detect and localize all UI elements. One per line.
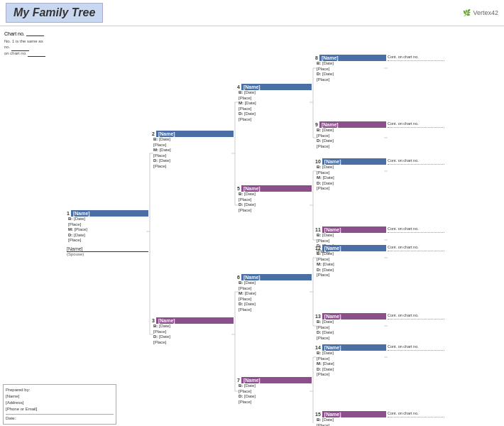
p15-continue-note: Cont. on chart no. — [388, 411, 444, 416]
title-box: My Family Tree — [6, 3, 103, 23]
p14-name: [Name] — [324, 345, 341, 350]
header: My Family Tree 🌿 Vertex42 — [0, 0, 504, 26]
p12-name-bar: [Name] — [322, 245, 386, 251]
p1-spouse-block: [Name] (Spouse) — [67, 246, 148, 256]
p15-name-bar: [Name] — [322, 411, 386, 417]
person-12-block: 12 [Name] B: [Date] [Place] M: [Date] D:… — [315, 245, 386, 278]
logo-icon: 🌿 — [463, 9, 471, 16]
p11-number: 11 — [315, 227, 321, 232]
p1-birth: B: [Date] — [67, 217, 148, 222]
person-4-block: 4 [Name] B: [Date] [Place] M: [Date] [Pl… — [237, 84, 312, 122]
p8-name-bar: [Name] — [319, 55, 386, 61]
p12-continue-note: Cont. on chart no. — [388, 245, 444, 250]
p9-number: 9 — [315, 122, 318, 127]
chart-note: No. 1 is the same as no. on chart no. — [4, 39, 65, 57]
p5-number: 5 — [237, 186, 240, 191]
person-5-block: 5 [Name] B: [Date] [Place] D: [Date] [Pl… — [237, 185, 312, 213]
logo-text: Vertex42 — [473, 9, 498, 16]
p1-name-bar: [Name] — [71, 210, 148, 217]
footer: Prepared by: [Name] [Address] [Phone or … — [3, 384, 116, 425]
p1-death: D: [Date] — [67, 233, 148, 239]
p9-continue: Cont. on chart no. — [388, 121, 444, 129]
person-6-block: 6 [Name] B: [Date] [Place] M: [Date] [Pl… — [237, 274, 312, 312]
p3-birth-place: [Place] — [152, 329, 234, 335]
note-line1: No. 1 is the same as — [4, 39, 65, 45]
p13-name: [Name] — [324, 314, 341, 319]
p1-number: 1 — [67, 211, 70, 216]
person-8-block: 8 [Name] B: [Date] [Place] D: [Date] [Pl… — [315, 55, 386, 82]
p12-continue: Cont. on chart no. — [388, 245, 444, 252]
p5-name: [Name] — [243, 186, 261, 191]
p9-name-bar: [Name] — [319, 121, 386, 128]
footer-address: [Address] — [6, 400, 114, 406]
p10-continue-note: Cont. on chart no. — [388, 158, 444, 163]
chart-no-row: Chart no. — [4, 31, 65, 36]
p6-name-bar: [Name] — [241, 274, 312, 280]
p10-name: [Name] — [324, 159, 341, 164]
p11-continue-note: Cont. on chart no. — [388, 226, 444, 231]
p13-number: 13 — [315, 314, 321, 319]
prepared-by-label: Prepared by: — [6, 387, 114, 393]
person-3-block: 3 [Name] B: [Date] [Place] D: [Date] [Pl… — [152, 317, 234, 345]
logo: 🌿 Vertex42 — [463, 9, 498, 16]
person-13-block: 13 [Name] B: [Date] [Place] D: [Date] [P… — [315, 313, 386, 341]
footer-info-box: Prepared by: [Name] [Address] [Phone or … — [3, 384, 116, 425]
person-15-block: 15 [Name] B: [Date] [Place] D: [Date] [P… — [315, 411, 386, 426]
p14-continue: Cont. on chart no. — [388, 344, 444, 351]
p10-name-bar: [Name] — [322, 158, 386, 165]
p1-marriage: M: [Place] — [67, 227, 148, 233]
p15-continue: Cont. on chart no. — [388, 411, 444, 418]
p15-number: 15 — [315, 412, 321, 417]
p2-marriage-place: [Place] — [152, 153, 234, 159]
p10-number: 10 — [315, 159, 321, 164]
person-9-block: 9 [Name] B: [Date] [Place] D: [Date] [Pl… — [315, 121, 386, 149]
p2-number: 2 — [152, 131, 155, 136]
p7-name: [Name] — [243, 378, 261, 383]
p13-continue-note: Cont. on chart no. — [388, 313, 444, 318]
person-1-block: 1 [Name] B: [Date] [Place] M: [Place] — [67, 210, 148, 256]
footer-name: [Name] — [6, 393, 114, 400]
p3-death: D: [Date] — [152, 334, 234, 340]
p3-name-bar: [Name] — [156, 317, 234, 324]
p8-continue: Cont. on chart no. — [388, 55, 444, 62]
footer-phone: [Phone or Email] — [6, 406, 114, 413]
person-10-block: 10 [Name] B: [Date] [Place] M: [Date] D:… — [315, 158, 386, 192]
page-title: My Family Tree — [13, 6, 95, 18]
p2-death: D: [Date] — [152, 158, 234, 164]
p2-birth-place: [Place] — [152, 143, 234, 148]
chart-no-label: Chart no. — [4, 31, 25, 36]
p4-name-bar: [Name] — [241, 84, 312, 90]
p2-birth: B: [Date] — [152, 137, 234, 143]
p11-continue: Cont. on chart no. — [388, 226, 444, 234]
person-7-block: 7 [Name] B: [Date] [Place] D: [Date] [Pl… — [237, 377, 312, 405]
p1-birth-place: [Place] — [67, 222, 148, 228]
p8-name: [Name] — [322, 55, 339, 60]
p11-name-bar: [Name] — [322, 226, 386, 233]
person-2-block: 2 [Name] B: [Date] [Place] M: [Date] [Pl… — [152, 131, 234, 169]
p2-name-bar: [Name] — [156, 131, 234, 137]
p13-continue: Cont. on chart no. — [388, 313, 444, 320]
p11-name: [Name] — [324, 227, 341, 232]
p3-name: [Name] — [158, 318, 175, 323]
note-chart-field[interactable] — [28, 51, 45, 58]
p6-name: [Name] — [243, 275, 261, 280]
chart-no-field[interactable] — [26, 31, 44, 36]
main-content: Chart no. No. 1 is the same as no. on ch… — [0, 26, 504, 424]
p12-number: 12 — [315, 246, 321, 251]
note-no-field[interactable] — [11, 45, 29, 51]
p10-continue: Cont. on chart no. — [388, 158, 444, 165]
p5-name-bar: [Name] — [241, 185, 312, 192]
p1-spouse-label: (Spouse) — [67, 252, 148, 256]
p2-name: [Name] — [158, 131, 175, 136]
app-container: My Family Tree 🌿 Vertex42 Chart no. No. … — [0, 0, 504, 424]
p3-death-place: [Place] — [152, 340, 234, 346]
p3-number: 3 — [152, 318, 155, 323]
footer-date-row: Date: — [6, 414, 114, 422]
p9-continue-note: Cont. on chart no. — [388, 121, 444, 126]
p8-continue-note: Cont. on chart no. — [388, 55, 444, 60]
p12-name: [Name] — [324, 246, 341, 251]
p2-marriage: M: [Date] — [152, 148, 234, 153]
p14-name-bar: [Name] — [322, 344, 386, 351]
p1-name: [Name] — [73, 211, 90, 216]
p1-spouse-name: [Name] — [67, 246, 148, 252]
